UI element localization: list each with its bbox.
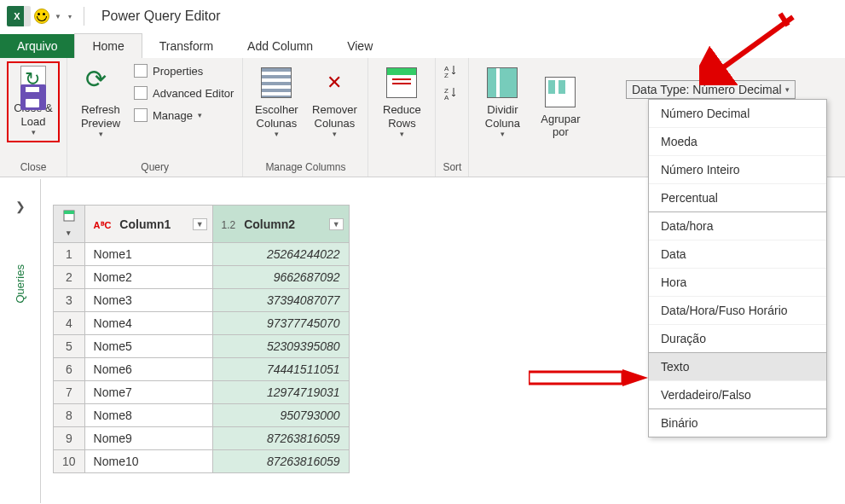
cell-column1[interactable]: Nome7 (84, 381, 212, 404)
table-row[interactable]: 3Nome337394087077 (54, 289, 350, 312)
manage-button[interactable]: Manage ▾ (132, 106, 235, 125)
cell-column1[interactable]: Nome10 (84, 450, 212, 473)
group-sort-label: Sort (443, 159, 461, 175)
row-number: 10 (54, 450, 85, 473)
close-and-load-button[interactable]: Close & Load ▾ (7, 61, 60, 142)
menu-item-decimal[interactable]: Número Decimal (649, 100, 826, 127)
chevron-down-icon: ▾ (501, 130, 505, 139)
cell-column1[interactable]: Nome2 (84, 266, 212, 289)
data-type-dropdown-button[interactable]: Data Type: Número Decimal ▾ (626, 80, 796, 99)
choose-columns-button[interactable]: Escolher Colunas ▾ (250, 61, 303, 142)
sort-asc-button[interactable]: AZ (443, 61, 460, 80)
excel-icon: X (7, 6, 27, 26)
menu-item-time[interactable]: Hora (649, 268, 826, 296)
manage-icon (134, 108, 148, 122)
remove-columns-button[interactable]: ✕ Remover Colunas ▾ (308, 61, 361, 142)
reduce-rows-button[interactable]: Reduce Rows ▾ (375, 61, 428, 142)
expand-queries-icon[interactable]: ❯ (15, 200, 26, 213)
chevron-down-icon: ▾ (333, 130, 337, 139)
svg-text:A: A (444, 94, 449, 100)
tab-file[interactable]: Arquivo (0, 34, 74, 58)
table-row[interactable]: 7Nome712974719031 (54, 381, 350, 404)
advanced-editor-button[interactable]: Advanced Editor (132, 84, 235, 102)
menu-item-date[interactable]: Data (649, 240, 826, 268)
menu-item-binary[interactable]: Binário (649, 408, 826, 437)
table-row[interactable]: 6Nome674441511051 (54, 358, 350, 381)
row-number: 1 (54, 243, 85, 266)
table-row[interactable]: 1Nome125264244022 (54, 243, 350, 266)
grid-corner[interactable]: ▾ (54, 206, 85, 243)
menu-item-integer[interactable]: Número Inteiro (649, 155, 826, 183)
chevron-down-icon[interactable]: ▼ (55, 13, 61, 20)
group-reduce-rows: Reduce Rows ▾ (368, 58, 436, 177)
menu-item-datetime[interactable]: Data/hora (649, 211, 826, 240)
text-type-icon: AᴮC (94, 220, 112, 230)
cell-column2[interactable]: 9662687092 (212, 266, 349, 289)
cell-column2[interactable]: 74441511051 (212, 358, 349, 381)
menu-item-text[interactable]: Texto (649, 352, 826, 380)
data-grid: ▾ AᴮC Column1 ▼ 1.2 Column2 ▼ 1Nome12526… (53, 205, 350, 473)
row-number: 7 (54, 381, 85, 404)
refresh-icon (85, 67, 116, 98)
group-query: Refresh Preview ▾ Properties Advanced Ed… (67, 58, 243, 177)
column-header-1[interactable]: AᴮC Column1 ▼ (84, 206, 212, 243)
menu-item-duration[interactable]: Duração (649, 324, 826, 352)
tab-transform[interactable]: Transform (142, 34, 230, 58)
table-row[interactable]: 10Nome1087263816059 (54, 450, 350, 473)
row-number: 9 (54, 427, 85, 450)
group-sort: AZ ZA Sort (436, 58, 469, 177)
table-row[interactable]: 9Nome987263816059 (54, 427, 350, 450)
column-header-2[interactable]: 1.2 Column2 ▼ (212, 206, 349, 243)
cell-column2[interactable]: 87263816059 (212, 427, 349, 450)
remove-columns-icon: ✕ (319, 67, 350, 98)
cell-column1[interactable]: Nome6 (84, 358, 212, 381)
col1-name: Column1 (119, 217, 171, 231)
smiley-icon[interactable] (34, 9, 49, 24)
cell-column2[interactable]: 12974719031 (212, 381, 349, 404)
qat-customize-icon[interactable]: ▾ (68, 13, 72, 20)
cell-column2[interactable]: 97377745070 (212, 312, 349, 335)
table-row[interactable]: 4Nome497377745070 (54, 312, 350, 335)
split-column-button[interactable]: Dividir Coluna ▾ (476, 61, 529, 142)
row-number: 4 (54, 312, 85, 335)
row-number: 3 (54, 289, 85, 312)
svg-rect-8 (529, 372, 622, 384)
properties-button[interactable]: Properties (132, 61, 235, 80)
table-row[interactable]: 5Nome552309395080 (54, 335, 350, 358)
svg-text:Z: Z (444, 72, 449, 78)
sort-desc-button[interactable]: ZA (443, 84, 460, 102)
group-by-icon (545, 77, 576, 107)
menu-item-datetimezone[interactable]: Data/Hora/Fuso Horário (649, 296, 826, 324)
cell-column1[interactable]: Nome8 (84, 404, 212, 427)
annotation-arrow-texto (529, 367, 648, 389)
row-number: 2 (54, 266, 85, 289)
menu-item-percent[interactable]: Percentual (649, 183, 826, 211)
table-row[interactable]: 8Nome8950793000 (54, 404, 350, 427)
refresh-label: Refresh Preview (76, 103, 125, 130)
cell-column2[interactable]: 25264244022 (212, 243, 349, 266)
group-by-button[interactable]: Agrupar por (534, 61, 587, 142)
tab-view[interactable]: View (330, 34, 390, 58)
group-query-label: Query (74, 159, 235, 175)
cell-column2[interactable]: 37394087077 (212, 289, 349, 312)
cell-column1[interactable]: Nome9 (84, 427, 212, 450)
cell-column2[interactable]: 87263816059 (212, 450, 349, 473)
filter-icon[interactable]: ▼ (193, 218, 207, 230)
tab-home[interactable]: Home (74, 33, 142, 58)
cell-column1[interactable]: Nome5 (84, 335, 212, 358)
separator (84, 7, 84, 26)
cell-column1[interactable]: Nome3 (84, 289, 212, 312)
menu-item-currency[interactable]: Moeda (649, 127, 826, 155)
refresh-preview-button[interactable]: Refresh Preview ▾ (74, 61, 127, 142)
group-close: Close & Load ▾ Close (0, 58, 67, 177)
menu-item-boolean[interactable]: Verdadeiro/Falso (649, 380, 826, 408)
filter-icon[interactable]: ▼ (329, 218, 344, 230)
cell-column1[interactable]: Nome4 (84, 312, 212, 335)
cell-column2[interactable]: 52309395080 (212, 335, 349, 358)
tab-add-column[interactable]: Add Column (230, 34, 330, 58)
cell-column2[interactable]: 950793000 (212, 404, 349, 427)
cell-column1[interactable]: Nome1 (84, 243, 212, 266)
table-row[interactable]: 2Nome29662687092 (54, 266, 350, 289)
ribbon-tabs: Arquivo Home Transform Add Column View (0, 32, 845, 58)
properties-icon (134, 64, 148, 78)
